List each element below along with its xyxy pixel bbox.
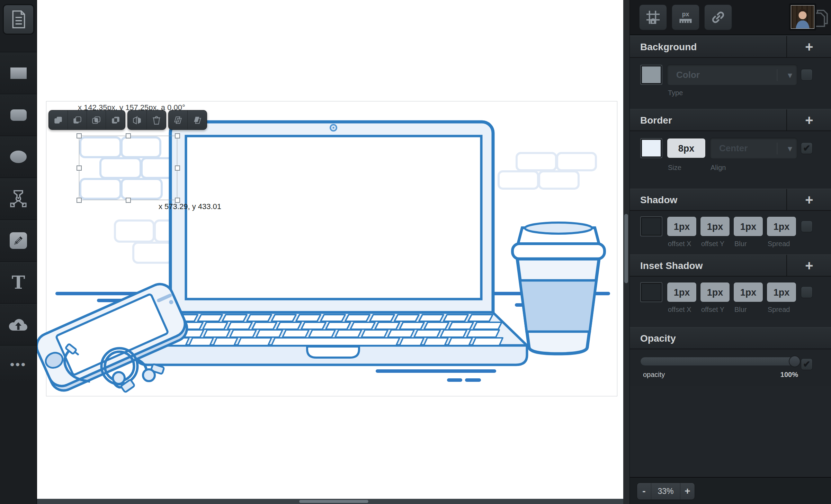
- border-enable-checkbox[interactable]: ✔: [801, 142, 813, 154]
- inset-shadow-offset-y-input[interactable]: 1px: [700, 282, 730, 302]
- bring-forward-button[interactable]: [188, 110, 207, 129]
- border-align-value: Center: [719, 143, 748, 154]
- panel-scrollbar-thumb[interactable]: [624, 214, 628, 283]
- svg-text:px: px: [682, 11, 689, 18]
- union-button[interactable]: [49, 110, 68, 129]
- phone: [37, 280, 191, 395]
- plus-icon: +: [805, 40, 813, 54]
- illustration: [37, 0, 629, 504]
- horizontal-scrollbar-thumb[interactable]: [299, 500, 369, 503]
- document-icon: [11, 10, 27, 28]
- rectangle-icon: [10, 68, 27, 79]
- units-button[interactable]: px: [672, 4, 699, 30]
- trash-icon: [151, 115, 162, 125]
- avatar[interactable]: [789, 3, 816, 30]
- rounded-rectangle-icon: [10, 109, 27, 121]
- shadow-color-swatch[interactable]: [640, 216, 662, 236]
- selection-handle[interactable]: [175, 133, 180, 138]
- opacity-value: 100%: [780, 371, 798, 379]
- laptop-keyboard: [165, 315, 503, 345]
- account-area: [786, 3, 831, 32]
- subtract-button[interactable]: [68, 110, 87, 129]
- zoom-in-button[interactable]: +: [680, 483, 695, 500]
- flip-button[interactable]: [128, 110, 147, 129]
- pencil-tool[interactable]: [0, 219, 37, 261]
- shadow-enable-checkbox[interactable]: [801, 220, 813, 232]
- exclude-button[interactable]: [106, 110, 125, 129]
- shadow-offset-x-input[interactable]: 1px: [667, 216, 697, 236]
- border-color-swatch[interactable]: [640, 138, 662, 158]
- opacity-enable-checkbox[interactable]: ✔: [801, 358, 813, 370]
- inset-shadow-offset-x-label: offset X: [668, 306, 691, 314]
- pen-tool[interactable]: [0, 178, 37, 219]
- upload-tool[interactable]: [0, 303, 37, 345]
- properties-panel: px: [629, 0, 831, 504]
- add-background-button[interactable]: +: [786, 36, 831, 57]
- pencil-icon: [10, 232, 27, 249]
- border-align-dropdown[interactable]: Center ▾: [710, 137, 797, 159]
- panel-scrollbar[interactable]: [623, 0, 629, 504]
- brick-group-right: [499, 153, 596, 189]
- border-align-label: Align: [711, 164, 726, 172]
- selection-handle[interactable]: [77, 133, 82, 138]
- intersect-button[interactable]: [87, 110, 106, 129]
- add-inset-shadow-button[interactable]: +: [786, 255, 831, 276]
- add-shadow-button[interactable]: +: [786, 189, 831, 210]
- inset-shadow-spread-input[interactable]: 1px: [767, 282, 796, 302]
- arrange-toolbar: [168, 110, 207, 130]
- add-border-button[interactable]: +: [786, 109, 831, 130]
- inset-shadow-color-swatch[interactable]: [640, 282, 662, 302]
- plus-icon: +: [805, 259, 813, 272]
- background-type-value: Color: [676, 70, 700, 80]
- shadow-spread-input[interactable]: 1px: [767, 216, 796, 236]
- shadow-title: Shadow: [640, 195, 677, 206]
- flip-icon: [132, 115, 142, 125]
- text-tool-icon: T: [12, 273, 25, 291]
- border-size-input[interactable]: 8px: [667, 138, 706, 158]
- opacity-slider[interactable]: [640, 357, 799, 366]
- send-backward-icon: [173, 115, 183, 125]
- avatar-photo: [791, 5, 814, 29]
- text-tool[interactable]: T: [0, 261, 37, 303]
- horizontal-scrollbar[interactable]: [37, 499, 623, 504]
- selection-handle[interactable]: [126, 133, 131, 138]
- inset-shadow-section: Inset Shadow + 1px 1px 1px 1px offset X …: [630, 254, 831, 320]
- inset-shadow-blur-input[interactable]: 1px: [733, 282, 763, 302]
- background-enable-checkbox[interactable]: [801, 69, 813, 81]
- selection-handle[interactable]: [126, 198, 131, 203]
- inset-shadow-offset-x-input[interactable]: 1px: [667, 282, 697, 302]
- opacity-label: opacity: [643, 371, 665, 379]
- shadow-blur-label: Blur: [734, 240, 747, 248]
- document-tool-button[interactable]: [3, 5, 34, 34]
- canvas-area[interactable]: x 142.35px, y 157.25px, a 0.00° x 573.29…: [37, 0, 629, 499]
- panel-bottom-bar: - 33% +: [630, 477, 831, 504]
- more-tools[interactable]: •••: [0, 345, 37, 383]
- send-backward-button[interactable]: [169, 110, 188, 129]
- link-button[interactable]: [704, 4, 732, 30]
- more-icon: •••: [10, 358, 27, 371]
- selection-box[interactable]: [79, 136, 177, 200]
- background-color-swatch[interactable]: [640, 65, 662, 85]
- selection-handle[interactable]: [77, 165, 82, 171]
- rounded-rectangle-tool[interactable]: [0, 94, 37, 136]
- zoom-level[interactable]: 33%: [651, 483, 680, 500]
- selection-handle[interactable]: [77, 198, 82, 203]
- shadow-offset-y-input[interactable]: 1px: [700, 216, 730, 236]
- rectangle-tool[interactable]: [0, 52, 37, 94]
- boolean-ops-toolbar: [48, 110, 125, 130]
- shadow-offset-x-label: offset X: [668, 240, 691, 248]
- selection-handle[interactable]: [175, 165, 180, 171]
- border-section: Border + 8px Center ▾ ✔ Size Align: [630, 109, 831, 189]
- background-type-dropdown[interactable]: Color ▾: [667, 64, 797, 86]
- background-type-label: Type: [668, 89, 683, 97]
- ellipse-tool[interactable]: [0, 136, 37, 178]
- shadow-blur-input[interactable]: 1px: [733, 216, 763, 236]
- inset-shadow-title: Inset Shadow: [640, 260, 703, 271]
- chevron-down-icon: ▾: [777, 143, 792, 154]
- zoom-out-button[interactable]: -: [637, 483, 651, 500]
- grid-settings-button[interactable]: [639, 4, 667, 30]
- inset-shadow-enable-checkbox[interactable]: [801, 286, 813, 298]
- opacity-slider-thumb[interactable]: [789, 356, 801, 367]
- delete-button[interactable]: [147, 110, 166, 129]
- border-size-label: Size: [668, 164, 681, 172]
